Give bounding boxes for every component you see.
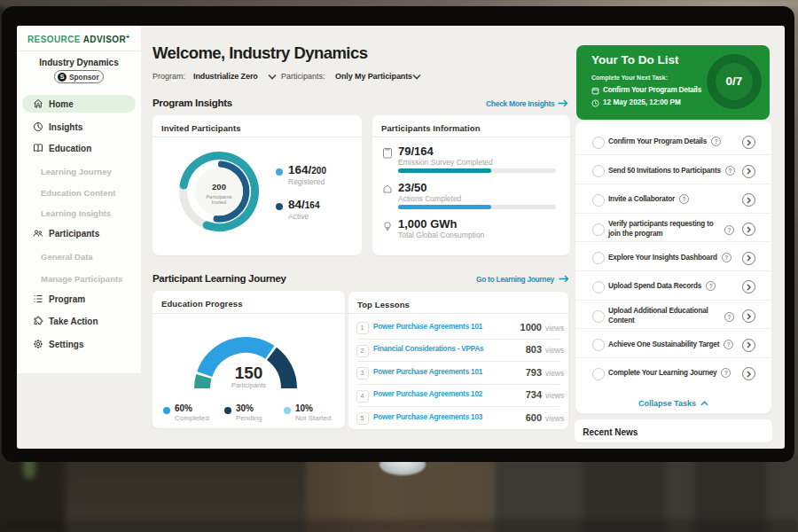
- svg-text:200: 200: [212, 182, 226, 192]
- svg-text:Participants: Participants: [206, 194, 231, 200]
- svg-text:Invited: Invited: [212, 200, 226, 205]
